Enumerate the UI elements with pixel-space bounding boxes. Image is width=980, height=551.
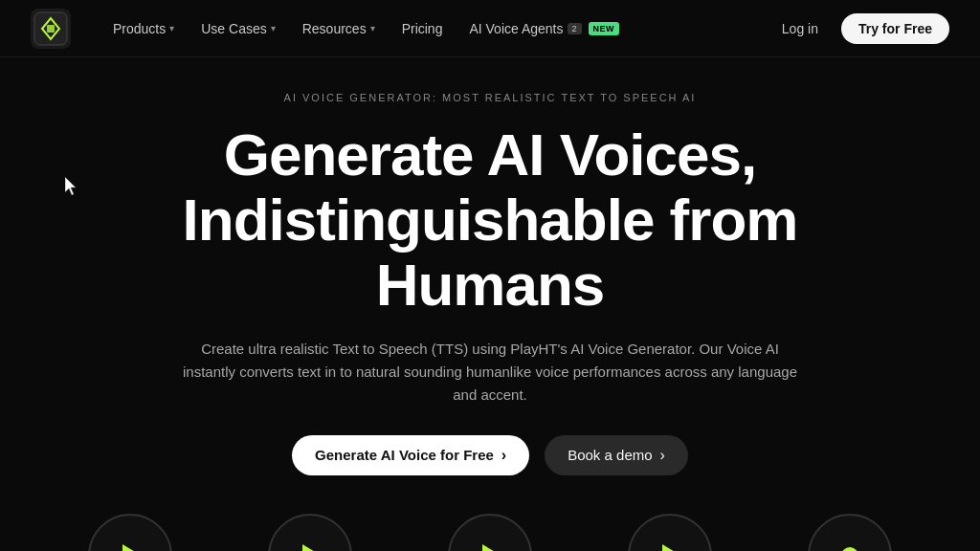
- nav-resources-label: Resources: [302, 21, 367, 36]
- generate-ai-voice-label: Generate AI Voice for Free: [315, 447, 494, 463]
- hero-section: AI VOICE GENERATOR: MOST REALISTIC TEXT …: [0, 57, 980, 475]
- play-icon: [122, 544, 142, 551]
- nav-right: Log in Try for Free: [770, 13, 949, 44]
- nav-pricing-label: Pricing: [402, 21, 443, 36]
- hero-title-line1: Generate AI Voices,: [224, 121, 756, 187]
- nav-use-cases[interactable]: Use Cases ▾: [189, 13, 286, 44]
- card-circle-1[interactable]: [268, 514, 352, 551]
- nav-new-badge: NEW: [589, 22, 620, 35]
- nav-products[interactable]: Products ▾: [101, 13, 186, 44]
- navbar: Products ▾ Use Cases ▾ Resources ▾ Prici…: [0, 0, 980, 57]
- play-icon: [482, 544, 501, 551]
- logo[interactable]: [31, 9, 71, 49]
- feature-card-1[interactable]: Voice Your videos: [243, 514, 377, 551]
- feature-card-0[interactable]: Voice Your Conversational AI: [63, 514, 197, 551]
- nav-ai-voice-agents-label: AI Voice Agents: [469, 21, 563, 36]
- nav-badge-num: 2: [568, 23, 582, 34]
- play-icon: [662, 544, 681, 551]
- chevron-down-icon: ▾: [271, 23, 276, 33]
- nav-links: Products ▾ Use Cases ▾ Resources ▾ Prici…: [101, 13, 770, 44]
- record-dot-icon: [841, 547, 858, 551]
- arrow-icon: ›: [501, 447, 506, 464]
- card-circle-4[interactable]: [808, 514, 892, 551]
- hero-subtitle: Create ultra realistic Text to Speech (T…: [174, 338, 806, 407]
- feature-card-4[interactable]: Create Custom AI Voices: [783, 514, 917, 551]
- feature-card-2[interactable]: Narrate Your Stories: [423, 514, 557, 551]
- feature-cards-row: Voice Your Conversational AIVoice Your v…: [0, 483, 980, 551]
- try-for-free-button[interactable]: Try for Free: [841, 13, 949, 44]
- card-circle-0[interactable]: [88, 514, 172, 551]
- svg-rect-2: [47, 25, 55, 33]
- nav-resources[interactable]: Resources ▾: [291, 13, 387, 44]
- hero-eyebrow: AI VOICE GENERATOR: MOST REALISTIC TEXT …: [284, 92, 697, 103]
- nav-products-label: Products: [113, 21, 166, 36]
- nav-ai-voice-agents[interactable]: AI Voice Agents 2 NEW: [457, 13, 631, 44]
- book-demo-button[interactable]: Book a demo ›: [545, 435, 688, 475]
- feature-card-3[interactable]: Voice your Characters: [603, 514, 737, 551]
- hero-cta: Generate AI Voice for Free › Book a demo…: [292, 435, 688, 475]
- card-circle-2[interactable]: [448, 514, 532, 551]
- card-circle-3[interactable]: [628, 514, 712, 551]
- generate-ai-voice-button[interactable]: Generate AI Voice for Free ›: [292, 435, 529, 475]
- nav-pricing[interactable]: Pricing: [390, 13, 455, 44]
- arrow-icon: ›: [660, 447, 665, 464]
- nav-use-cases-label: Use Cases: [201, 21, 266, 36]
- chevron-down-icon: ▾: [370, 23, 375, 33]
- play-icon: [302, 544, 322, 551]
- chevron-down-icon: ▾: [169, 23, 174, 33]
- hero-title-line2: Indistinguishable from Humans: [183, 187, 798, 318]
- book-demo-label: Book a demo: [568, 447, 652, 463]
- hero-title: Generate AI Voices, Indistinguishable fr…: [77, 122, 903, 319]
- login-button[interactable]: Log in: [770, 13, 830, 44]
